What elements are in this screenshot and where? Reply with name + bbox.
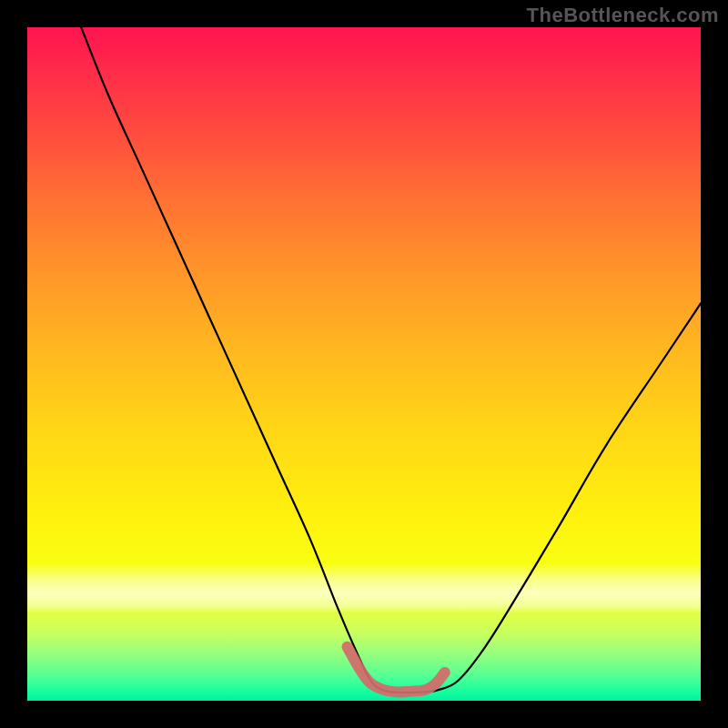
plot-area	[27, 27, 701, 701]
chart-frame: TheBottleneck.com	[0, 0, 728, 728]
trough-marker	[348, 647, 445, 693]
bottleneck-curve	[81, 27, 701, 693]
curve-layer	[27, 27, 701, 701]
watermark-label: TheBottleneck.com	[527, 4, 719, 27]
